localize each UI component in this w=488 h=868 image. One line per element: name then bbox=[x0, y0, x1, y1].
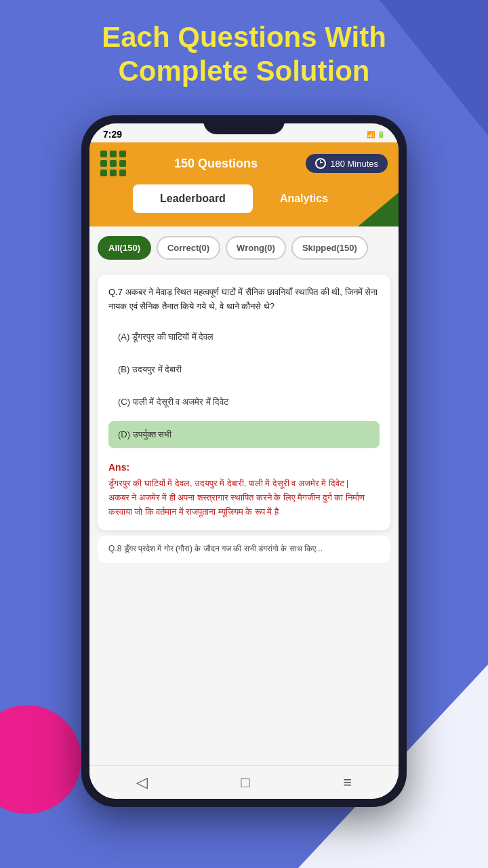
page-header: Each Questions With Complete Solution bbox=[0, 0, 488, 102]
tab-analytics[interactable]: Analytics bbox=[253, 184, 355, 213]
battery-icon: 🔋 bbox=[377, 131, 385, 138]
phone-screen: 7:29 📶 🔋 bbox=[89, 123, 399, 799]
question-number: Q.7 bbox=[108, 287, 123, 297]
green-accent-decoration bbox=[358, 193, 399, 226]
filter-all[interactable]: All(150) bbox=[98, 236, 151, 260]
filter-correct[interactable]: Correct(0) bbox=[157, 236, 220, 260]
grid-menu-icon[interactable] bbox=[100, 151, 126, 176]
bottom-nav: ◁ □ ≡ bbox=[89, 765, 399, 799]
answer-label: Ans: bbox=[108, 462, 380, 473]
screen-content: 150 Questions 180 Minutes Leaderboard An… bbox=[89, 142, 399, 799]
question-card: Q.7 अकबर ने मेवाड़ स्थित महत्वपूर्ण घाटो… bbox=[98, 275, 390, 530]
grid-dot bbox=[119, 160, 126, 167]
grid-dot bbox=[100, 151, 107, 157]
grid-dot bbox=[119, 170, 126, 176]
bg-decoration-pink bbox=[0, 705, 81, 814]
next-question-peek: Q.8 डूँगर प्रदेश में गोर (गौरा) के जौदन … bbox=[98, 536, 390, 563]
grid-dot bbox=[100, 160, 107, 167]
back-button[interactable]: ◁ bbox=[136, 774, 148, 791]
status-time: 7:29 bbox=[103, 129, 122, 140]
timer-badge: 180 Minutes bbox=[306, 154, 388, 173]
timer-label: 180 Minutes bbox=[330, 159, 378, 169]
question-body: अकबर ने मेवाड़ स्थित महत्वपूर्ण घाटों मे… bbox=[108, 287, 378, 311]
question-text: Q.7 अकबर ने मेवाड़ स्थित महत्वपूर्ण घाटो… bbox=[108, 285, 380, 314]
filter-row: All(150) Correct(0) Wrong(0) Skipped(150… bbox=[89, 226, 399, 269]
grid-dot bbox=[110, 151, 117, 157]
header-line1: Each Questions With bbox=[27, 20, 461, 54]
clock-icon bbox=[315, 158, 326, 169]
home-button[interactable]: □ bbox=[241, 774, 249, 791]
grid-dot bbox=[100, 170, 107, 176]
header-line2: Complete Solution bbox=[27, 54, 461, 88]
signal-icon: 📶 bbox=[367, 131, 375, 138]
phone-notch bbox=[203, 115, 285, 134]
next-question-text: Q.8 डूँगर प्रदेश में गोर (गौरा) के जौदन … bbox=[108, 544, 323, 553]
scrollable-content[interactable]: Q.7 अकबर ने मेवाड़ स्थित महत्वपूर्ण घाटो… bbox=[89, 269, 399, 799]
option-d[interactable]: (D) उपर्युक्त सभी bbox=[108, 421, 380, 448]
tab-container: Leaderboard Analytics bbox=[89, 184, 399, 226]
app-header: 150 Questions 180 Minutes bbox=[89, 142, 399, 184]
menu-button[interactable]: ≡ bbox=[343, 774, 352, 791]
grid-dot bbox=[110, 170, 117, 176]
phone-frame: 7:29 📶 🔋 bbox=[81, 115, 407, 807]
filter-wrong[interactable]: Wrong(0) bbox=[226, 236, 286, 260]
option-a[interactable]: (A) डूँगरपुर की घाटियों में देवल bbox=[108, 323, 380, 351]
option-c[interactable]: (C) पाली में देसूरी व अजमेर में दिवेट bbox=[108, 389, 380, 416]
grid-dot bbox=[119, 151, 126, 157]
option-b[interactable]: (B) उदयपुर में देबारी bbox=[108, 356, 380, 383]
grid-dot bbox=[110, 160, 117, 167]
tab-leaderboard[interactable]: Leaderboard bbox=[133, 184, 253, 213]
status-icons: 📶 🔋 bbox=[367, 131, 385, 138]
filter-skipped[interactable]: Skipped(150) bbox=[291, 236, 368, 260]
answer-section: Ans: डूँगरपुर की घाटियों में देवल, उदयपु… bbox=[108, 454, 380, 520]
answer-text: डूँगरपुर की घाटियों में देवल, उदयपुर में… bbox=[108, 477, 380, 520]
phone-mockup: 7:29 📶 🔋 bbox=[81, 115, 407, 807]
questions-count: 150 Questions bbox=[174, 157, 258, 171]
